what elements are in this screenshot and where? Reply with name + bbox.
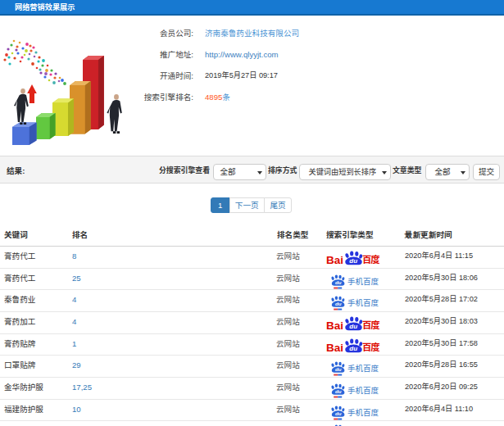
svg-text:du: du xyxy=(335,388,342,394)
svg-text:Bai: Bai xyxy=(326,341,343,353)
svg-text:手机百度: 手机百度 xyxy=(347,406,379,418)
svg-text:Bai: Bai xyxy=(326,320,343,332)
svg-text:手机百度: 手机百度 xyxy=(347,275,379,287)
svg-text:Bai: Bai xyxy=(326,254,343,266)
svg-text:百度: 百度 xyxy=(362,340,380,353)
svg-text:手机百度: 手机百度 xyxy=(347,384,379,396)
svg-text:du: du xyxy=(335,367,342,373)
svg-text:du: du xyxy=(335,410,342,416)
svg-text:百度: 百度 xyxy=(362,252,380,265)
svg-text:手机百度: 手机百度 xyxy=(347,297,379,309)
svg-text:du: du xyxy=(349,257,357,265)
svg-text:du: du xyxy=(335,279,342,285)
svg-text:du: du xyxy=(349,323,357,330)
svg-text:du: du xyxy=(349,345,357,352)
svg-text:手机百度: 手机百度 xyxy=(347,363,379,374)
svg-text:百度: 百度 xyxy=(362,318,380,331)
svg-text:du: du xyxy=(335,301,342,307)
